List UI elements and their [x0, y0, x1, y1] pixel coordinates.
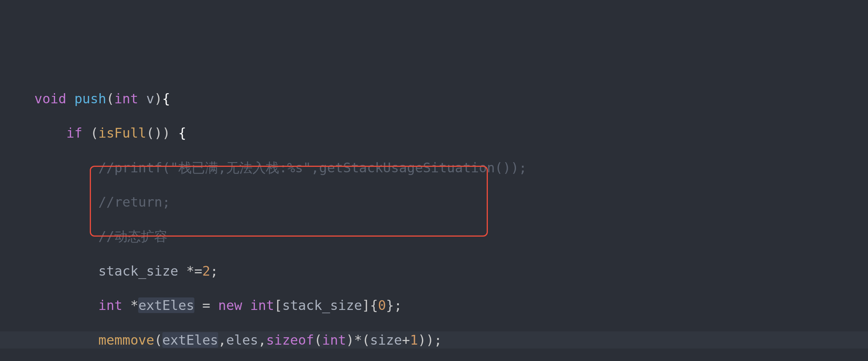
code-line-2: if (isFull()) {	[0, 124, 868, 142]
variable: stack_size	[98, 263, 186, 279]
brace: {	[178, 125, 186, 141]
variable-highlight: extEles	[138, 297, 194, 313]
code-line-1: void push(int v){	[0, 90, 868, 107]
keyword-int: int	[250, 297, 274, 313]
keyword-int: int	[98, 297, 122, 313]
comment: //动态扩容	[98, 228, 167, 244]
param: v	[138, 91, 154, 106]
keyword-new: new	[218, 297, 242, 313]
paren: (	[82, 125, 98, 141]
end: ));	[418, 332, 442, 348]
brace: {	[162, 91, 170, 106]
code-line-8: memmove(extEles,eles,sizeof(int)*(size+1…	[0, 331, 868, 349]
star: *	[122, 297, 138, 313]
paren: (	[106, 91, 114, 106]
keyword-int: int	[114, 91, 138, 106]
bracket: [	[274, 297, 282, 313]
comment: //printf("栈已满,无法入栈:%s",getStackUsageSitu…	[98, 160, 527, 175]
paren: )	[154, 91, 162, 106]
plus: +	[402, 332, 410, 348]
variable-highlight: extEles	[162, 332, 218, 348]
comment: //return;	[98, 194, 170, 210]
number: 0	[378, 297, 386, 313]
variable: stack_size	[282, 297, 362, 313]
paren: (	[154, 332, 162, 348]
code-line-6: stack_size *=2;	[0, 262, 868, 280]
number: 1	[410, 332, 418, 348]
keyword-if: if	[66, 125, 82, 141]
bracket: ]{	[362, 297, 378, 313]
variable: size	[370, 332, 402, 348]
code-line-3: //printf("栈已满,无法入栈:%s",getStackUsageSitu…	[0, 159, 868, 176]
function-call: isFull	[98, 125, 146, 141]
paren: )	[162, 125, 178, 141]
code-line-5: //动态扩容	[0, 228, 868, 245]
comma: ,	[218, 332, 226, 348]
semicolon: ;	[210, 263, 218, 279]
keyword-sizeof: sizeof	[266, 332, 314, 348]
parens: ()	[146, 125, 162, 141]
comma: ,	[258, 332, 266, 348]
end: };	[386, 297, 402, 313]
paren: )*(	[346, 332, 370, 348]
function-name: push	[74, 91, 106, 106]
keyword-int: int	[322, 332, 346, 348]
code-line-4: //return;	[0, 193, 868, 211]
equals: =	[194, 297, 218, 313]
code-line-7: int *extEles = new int[stack_size]{0};	[0, 297, 868, 314]
number: 2	[202, 263, 210, 279]
operator: *=	[186, 263, 202, 279]
variable: eles	[226, 332, 258, 348]
space	[242, 297, 250, 313]
keyword-void: void	[34, 91, 66, 106]
function-memmove: memmove	[98, 332, 154, 348]
code-editor: void push(int v){ if (isFull()) { //prin…	[0, 73, 868, 361]
paren: (	[314, 332, 322, 348]
